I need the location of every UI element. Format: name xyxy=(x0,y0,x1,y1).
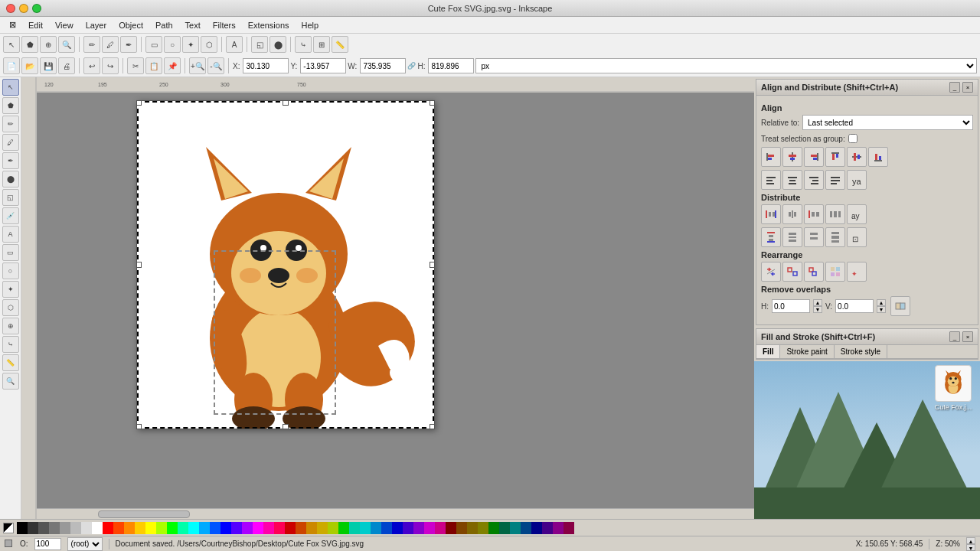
layer-select[interactable]: (root) xyxy=(67,537,103,551)
maximize-button[interactable] xyxy=(32,4,41,13)
menu-layer[interactable]: Layer xyxy=(80,19,113,31)
color-swatch[interactable] xyxy=(242,522,253,534)
color-swatch[interactable] xyxy=(145,522,156,534)
btn-save[interactable]: 💾 xyxy=(40,57,57,74)
color-swatch[interactable] xyxy=(381,522,392,534)
color-swatch[interactable] xyxy=(231,522,242,534)
color-swatch[interactable] xyxy=(403,522,413,534)
btn-cut[interactable]: ✂ xyxy=(127,57,144,74)
v-spinner[interactable]: ▲ ▼ xyxy=(877,299,886,313)
unit-select[interactable]: px mm in xyxy=(475,58,977,73)
color-swatch[interactable] xyxy=(328,522,338,534)
align-text-5[interactable]: ya xyxy=(847,170,867,190)
close-button[interactable] xyxy=(6,4,15,13)
color-swatch[interactable] xyxy=(392,522,403,534)
tool-spray[interactable]: ⊞ xyxy=(313,36,330,53)
rearrange-random[interactable] xyxy=(761,262,781,282)
btn-paste[interactable]: 📌 xyxy=(164,57,181,74)
panel-close-btn[interactable]: × xyxy=(962,82,973,93)
y-input[interactable] xyxy=(300,58,346,73)
btn-copy[interactable]: 📋 xyxy=(145,57,162,74)
color-swatch[interactable] xyxy=(81,522,92,534)
color-swatch[interactable] xyxy=(70,522,81,534)
document-canvas[interactable] xyxy=(136,100,435,429)
menu-object[interactable]: Object xyxy=(113,19,149,31)
align-right-edge[interactable] xyxy=(804,147,824,167)
no-color-swatch[interactable] xyxy=(3,523,14,533)
zoom-down[interactable]: ▼ xyxy=(966,544,975,551)
color-swatch[interactable] xyxy=(124,522,135,534)
tool-node[interactable]: ⬟ xyxy=(21,36,38,53)
menu-inkscape[interactable]: ⊠ xyxy=(3,18,22,31)
color-swatch[interactable] xyxy=(274,522,285,534)
color-swatch[interactable] xyxy=(296,522,306,534)
tool-gradient[interactable]: ◱ xyxy=(251,36,268,53)
tool-measure-side[interactable]: 📏 xyxy=(2,354,19,371)
color-swatch[interactable] xyxy=(253,522,263,534)
color-swatch[interactable] xyxy=(60,522,70,534)
tool-rect-side[interactable]: ▭ xyxy=(2,244,19,261)
dist-space-h[interactable] xyxy=(825,204,845,224)
color-swatch[interactable] xyxy=(478,522,488,534)
align-text-right[interactable] xyxy=(804,170,824,190)
color-swatch[interactable] xyxy=(360,522,371,534)
treat-as-group-checkbox[interactable] xyxy=(848,134,858,143)
menu-path[interactable]: Path xyxy=(149,19,179,31)
align-left-edge[interactable] xyxy=(761,147,781,167)
tool-bezier[interactable]: 🖊 xyxy=(2,134,19,151)
color-swatch[interactable] xyxy=(467,522,478,534)
align-text-left[interactable] xyxy=(761,170,781,190)
tool-circle-side[interactable]: ○ xyxy=(2,262,19,279)
dist-right[interactable] xyxy=(804,204,824,224)
dist-center-h[interactable] xyxy=(782,227,802,247)
color-swatch[interactable] xyxy=(306,522,317,534)
overlap-h-input[interactable] xyxy=(772,299,810,313)
color-swatch[interactable] xyxy=(338,522,349,534)
tool-select[interactable]: ↖ xyxy=(3,36,20,53)
color-swatch[interactable] xyxy=(413,522,424,534)
color-swatch[interactable] xyxy=(38,522,49,534)
h-spinner-down[interactable]: ▼ xyxy=(813,306,822,313)
color-swatch[interactable] xyxy=(521,522,531,534)
tool-pencil[interactable]: ✏ xyxy=(83,36,100,53)
color-swatch[interactable] xyxy=(92,522,103,534)
tool-star[interactable]: ✦ xyxy=(182,36,199,53)
align-text-4[interactable] xyxy=(825,170,845,190)
tool-text[interactable]: A xyxy=(226,36,243,53)
align-top-edge[interactable] xyxy=(825,147,845,167)
color-swatch[interactable] xyxy=(553,522,564,534)
fill-stroke-close-btn[interactable]: × xyxy=(962,331,973,342)
tool-connector-side[interactable]: ⤷ xyxy=(2,336,19,353)
btn-zoom-out[interactable]: -🔍 xyxy=(207,57,224,74)
desktop-icon-cutefox[interactable]: Cute Fox.j... xyxy=(930,365,976,411)
rearrange-3[interactable] xyxy=(804,262,824,282)
btn-undo[interactable]: ↩ xyxy=(83,57,100,74)
v-spinner-down[interactable]: ▼ xyxy=(877,306,886,313)
tool-connector[interactable]: ⤷ xyxy=(295,36,312,53)
relative-to-select[interactable]: Last selected First selected Page Drawin… xyxy=(802,115,973,130)
w-input[interactable] xyxy=(360,58,406,73)
tool-eyedrop[interactable]: 💉 xyxy=(2,207,19,224)
color-swatch[interactable] xyxy=(113,522,124,534)
dist-text-a[interactable]: ⊡ xyxy=(847,227,867,247)
tool-rect[interactable]: ▭ xyxy=(145,36,162,53)
btn-zoom-in[interactable]: +🔍 xyxy=(189,57,206,74)
menu-edit[interactable]: Edit xyxy=(22,19,49,31)
btn-print[interactable]: 🖨 xyxy=(58,57,75,74)
minimize-button[interactable] xyxy=(19,4,28,13)
menu-help[interactable]: Help xyxy=(296,19,325,31)
tab-fill[interactable]: Fill xyxy=(756,345,780,358)
tool-text-side[interactable]: A xyxy=(2,226,19,243)
panel-minimize-btn[interactable]: _ xyxy=(949,82,960,93)
btn-open[interactable]: 📂 xyxy=(21,57,38,74)
fill-stroke-minimize-btn[interactable]: _ xyxy=(949,331,960,342)
tool-3d-side[interactable]: ⬡ xyxy=(2,299,19,316)
align-center-v[interactable] xyxy=(782,147,802,167)
dist-top[interactable] xyxy=(761,227,781,247)
color-swatch[interactable] xyxy=(424,522,435,534)
menu-view[interactable]: View xyxy=(49,19,80,31)
btn-redo[interactable]: ↪ xyxy=(102,57,119,74)
zoom-up[interactable]: ▲ xyxy=(966,537,975,544)
color-swatch[interactable] xyxy=(17,522,28,534)
align-text-center[interactable] xyxy=(782,170,802,190)
